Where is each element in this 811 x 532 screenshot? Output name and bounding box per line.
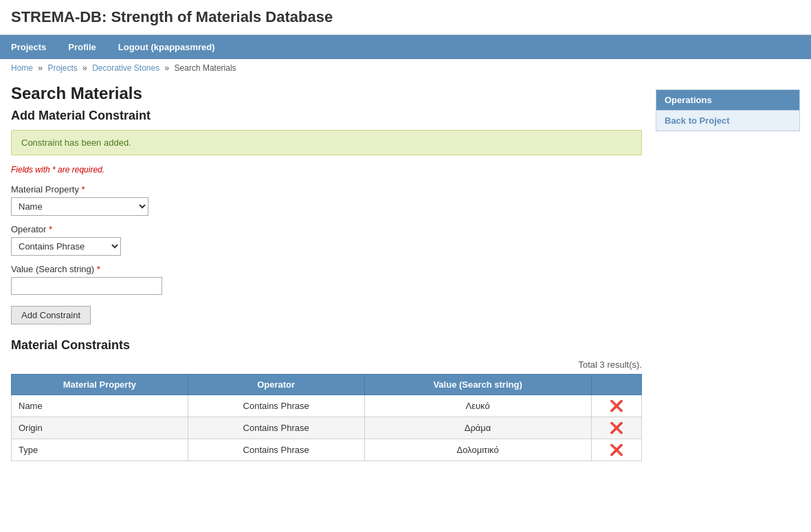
cell-value: Δράμα — [364, 417, 591, 439]
main-content: Search Materials Add Material Constraint… — [11, 84, 642, 461]
breadcrumb-sep-3: » — [165, 63, 170, 73]
cell-property: Type — [12, 439, 188, 461]
cell-value: Δολομιτικό — [364, 439, 591, 461]
nav-logout[interactable]: Logout (kpappasmred) — [107, 35, 226, 59]
operator-label: Operator * — [11, 224, 642, 234]
table-head: Material Property Operator Value (Search… — [12, 375, 642, 395]
value-input[interactable] — [11, 277, 162, 295]
sidebar-panel: Operations Back to Project — [656, 89, 800, 131]
breadcrumb-projects[interactable]: Projects — [47, 63, 77, 73]
value-label: Value (Search string) * — [11, 264, 642, 274]
table-row: TypeContains PhraseΔολομιτικό❌ — [12, 439, 642, 461]
app-title: STREMA-DB: Strength of Materials Databas… — [0, 0, 811, 35]
breadcrumb-home[interactable]: Home — [11, 63, 33, 73]
col-header-action — [591, 375, 641, 395]
sidebar: Operations Back to Project — [656, 84, 800, 461]
material-property-req: * — [79, 184, 85, 195]
operator-select[interactable]: Contains Phrase Equals Starts With Ends … — [11, 237, 121, 256]
constraint-form: Material Property * Name Origin Type Des… — [11, 184, 642, 324]
required-note: Fields with * are required. — [11, 165, 642, 175]
table-header-row: Material Property Operator Value (Search… — [12, 375, 642, 395]
col-header-operator: Operator — [188, 375, 364, 395]
breadcrumb: Home » Projects » Decorative Stones » Se… — [0, 59, 811, 77]
operator-group: Operator * Contains Phrase Equals Starts… — [11, 224, 642, 256]
material-property-label: Material Property * — [11, 184, 642, 195]
cell-action: ❌ — [591, 395, 641, 417]
material-property-select[interactable]: Name Origin Type Description — [11, 197, 148, 216]
page-title: Search Materials — [11, 84, 642, 103]
constraints-section: Material Constraints Total 3 result(s). … — [11, 338, 642, 461]
value-group: Value (Search string) * — [11, 264, 642, 295]
value-req: * — [94, 264, 100, 274]
constraints-table: Material Property Operator Value (Search… — [11, 374, 642, 461]
operator-req: * — [46, 224, 52, 234]
breadcrumb-sep-1: » — [38, 63, 43, 73]
delete-row-button[interactable]: ❌ — [610, 399, 623, 412]
breadcrumb-sep-2: » — [82, 63, 87, 73]
cell-operator: Contains Phrase — [188, 439, 364, 461]
cell-action: ❌ — [591, 439, 641, 461]
nav-projects[interactable]: Projects — [0, 35, 57, 59]
constraints-section-title: Material Constraints — [11, 338, 642, 353]
cell-value: Λευκό — [364, 395, 591, 417]
cell-operator: Contains Phrase — [188, 417, 364, 439]
success-message: Constraint has been added. — [11, 130, 642, 155]
table-row: NameContains PhraseΛευκό❌ — [12, 395, 642, 417]
add-constraint-section-title: Add Material Constraint — [11, 109, 642, 123]
nav-bar: Projects Profile Logout (kpappasmred) — [0, 35, 811, 59]
cell-property: Name — [12, 395, 188, 417]
back-to-project-link[interactable]: Back to Project — [656, 110, 799, 131]
main-layout: Search Materials Add Material Constraint… — [0, 77, 811, 468]
col-header-property: Material Property — [12, 375, 188, 395]
cell-property: Origin — [12, 417, 188, 439]
required-note-text1: Fields with — [11, 165, 50, 175]
sidebar-operations-header: Operations — [656, 90, 799, 110]
breadcrumb-decorative-stones[interactable]: Decorative Stones — [92, 63, 159, 73]
add-constraint-button[interactable]: Add Constraint — [11, 306, 91, 324]
required-star: * — [52, 165, 58, 175]
cell-action: ❌ — [591, 417, 641, 439]
delete-row-button[interactable]: ❌ — [610, 443, 623, 456]
col-header-value: Value (Search string) — [364, 375, 591, 395]
cell-operator: Contains Phrase — [188, 395, 364, 417]
results-count: Total 3 result(s). — [11, 359, 642, 370]
breadcrumb-current: Search Materials — [175, 63, 236, 73]
table-row: OriginContains PhraseΔράμα❌ — [12, 417, 642, 439]
required-note-text2: are required. — [58, 165, 104, 175]
table-body: NameContains PhraseΛευκό❌OriginContains … — [12, 395, 642, 461]
delete-row-button[interactable]: ❌ — [610, 421, 623, 434]
nav-profile[interactable]: Profile — [57, 35, 107, 59]
material-property-group: Material Property * Name Origin Type Des… — [11, 184, 642, 216]
